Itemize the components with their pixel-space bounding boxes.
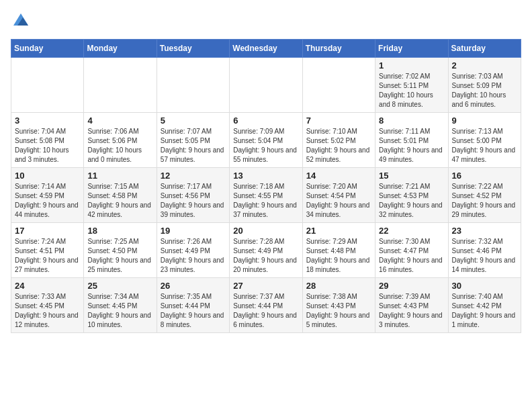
day-number: 28	[306, 281, 371, 291]
calendar-cell	[11, 58, 84, 113]
calendar-cell	[302, 58, 375, 113]
calendar-cell: 7Sunrise: 7:10 AM Sunset: 5:02 PM Daylig…	[302, 113, 375, 168]
day-info: Sunrise: 7:29 AM Sunset: 4:48 PM Dayligh…	[306, 237, 371, 275]
calendar-cell: 18Sunrise: 7:25 AM Sunset: 4:50 PM Dayli…	[84, 223, 157, 278]
calendar-header: SundayMondayTuesdayWednesdayThursdayFrid…	[11, 40, 521, 58]
calendar-cell: 6Sunrise: 7:09 AM Sunset: 5:04 PM Daylig…	[230, 113, 302, 168]
calendar-cell: 16Sunrise: 7:22 AM Sunset: 4:52 PM Dayli…	[448, 168, 521, 223]
calendar-week-row: 1Sunrise: 7:02 AM Sunset: 5:11 PM Daylig…	[11, 58, 521, 113]
calendar-cell: 9Sunrise: 7:13 AM Sunset: 5:00 PM Daylig…	[448, 113, 521, 168]
day-number: 23	[452, 226, 517, 236]
day-info: Sunrise: 7:39 AM Sunset: 4:43 PM Dayligh…	[379, 292, 444, 330]
day-number: 13	[233, 171, 298, 181]
day-info: Sunrise: 7:21 AM Sunset: 4:53 PM Dayligh…	[379, 182, 444, 220]
day-info: Sunrise: 7:37 AM Sunset: 4:44 PM Dayligh…	[233, 292, 298, 330]
day-number: 8	[379, 116, 444, 126]
day-info: Sunrise: 7:30 AM Sunset: 4:47 PM Dayligh…	[379, 237, 444, 275]
weekday-header: Thursday	[302, 40, 375, 58]
day-number: 6	[233, 116, 298, 126]
day-info: Sunrise: 7:15 AM Sunset: 4:58 PM Dayligh…	[87, 182, 152, 220]
day-info: Sunrise: 7:24 AM Sunset: 4:51 PM Dayligh…	[15, 237, 80, 275]
calendar-cell: 21Sunrise: 7:29 AM Sunset: 4:48 PM Dayli…	[302, 223, 375, 278]
day-info: Sunrise: 7:32 AM Sunset: 4:46 PM Dayligh…	[452, 237, 517, 275]
weekday-header: Friday	[375, 40, 448, 58]
calendar-cell: 14Sunrise: 7:20 AM Sunset: 4:54 PM Dayli…	[302, 168, 375, 223]
day-info: Sunrise: 7:03 AM Sunset: 5:09 PM Dayligh…	[452, 72, 517, 109]
calendar-cell: 1Sunrise: 7:02 AM Sunset: 5:11 PM Daylig…	[375, 58, 448, 113]
calendar-week-row: 24Sunrise: 7:33 AM Sunset: 4:45 PM Dayli…	[11, 278, 521, 333]
day-number: 26	[161, 281, 226, 291]
day-number: 7	[306, 116, 371, 126]
weekday-header: Tuesday	[157, 40, 229, 58]
day-number: 16	[452, 171, 517, 181]
day-number: 20	[233, 226, 298, 236]
weekday-row: SundayMondayTuesdayWednesdayThursdayFrid…	[11, 40, 521, 58]
calendar-body: 1Sunrise: 7:02 AM Sunset: 5:11 PM Daylig…	[11, 58, 521, 333]
day-info: Sunrise: 7:02 AM Sunset: 5:11 PM Dayligh…	[379, 72, 444, 109]
calendar-week-row: 3Sunrise: 7:04 AM Sunset: 5:08 PM Daylig…	[11, 113, 521, 168]
day-number: 19	[161, 226, 226, 236]
weekday-header: Sunday	[11, 40, 84, 58]
day-info: Sunrise: 7:14 AM Sunset: 4:59 PM Dayligh…	[15, 182, 80, 220]
calendar-cell: 12Sunrise: 7:17 AM Sunset: 4:56 PM Dayli…	[157, 168, 229, 223]
day-info: Sunrise: 7:26 AM Sunset: 4:49 PM Dayligh…	[161, 237, 226, 275]
weekday-header: Monday	[84, 40, 157, 58]
day-info: Sunrise: 7:33 AM Sunset: 4:45 PM Dayligh…	[15, 292, 80, 330]
day-number: 24	[15, 281, 80, 291]
calendar-cell: 4Sunrise: 7:06 AM Sunset: 5:06 PM Daylig…	[84, 113, 157, 168]
calendar-cell: 19Sunrise: 7:26 AM Sunset: 4:49 PM Dayli…	[157, 223, 229, 278]
calendar-cell: 22Sunrise: 7:30 AM Sunset: 4:47 PM Dayli…	[375, 223, 448, 278]
day-number: 18	[87, 226, 152, 236]
calendar-cell: 3Sunrise: 7:04 AM Sunset: 5:08 PM Daylig…	[11, 113, 84, 168]
weekday-header: Wednesday	[230, 40, 302, 58]
day-number: 29	[379, 281, 444, 291]
day-number: 17	[15, 226, 80, 236]
calendar-cell: 27Sunrise: 7:37 AM Sunset: 4:44 PM Dayli…	[230, 278, 302, 333]
calendar-cell: 30Sunrise: 7:40 AM Sunset: 4:42 PM Dayli…	[448, 278, 521, 333]
day-info: Sunrise: 7:13 AM Sunset: 5:00 PM Dayligh…	[452, 127, 517, 165]
day-number: 12	[161, 171, 226, 181]
day-info: Sunrise: 7:38 AM Sunset: 4:43 PM Dayligh…	[306, 292, 371, 330]
calendar-cell: 29Sunrise: 7:39 AM Sunset: 4:43 PM Dayli…	[375, 278, 448, 333]
calendar-cell: 26Sunrise: 7:35 AM Sunset: 4:44 PM Dayli…	[157, 278, 229, 333]
day-number: 15	[379, 171, 444, 181]
day-info: Sunrise: 7:07 AM Sunset: 5:05 PM Dayligh…	[161, 127, 226, 165]
calendar-cell: 24Sunrise: 7:33 AM Sunset: 4:45 PM Dayli…	[11, 278, 84, 333]
calendar-cell: 25Sunrise: 7:34 AM Sunset: 4:45 PM Dayli…	[84, 278, 157, 333]
calendar-cell: 28Sunrise: 7:38 AM Sunset: 4:43 PM Dayli…	[302, 278, 375, 333]
page-header	[11, 11, 521, 31]
day-number: 22	[379, 226, 444, 236]
calendar-week-row: 17Sunrise: 7:24 AM Sunset: 4:51 PM Dayli…	[11, 223, 521, 278]
day-number: 14	[306, 171, 371, 181]
calendar-cell: 13Sunrise: 7:18 AM Sunset: 4:55 PM Dayli…	[230, 168, 302, 223]
day-info: Sunrise: 7:25 AM Sunset: 4:50 PM Dayligh…	[87, 237, 152, 275]
day-number: 27	[233, 281, 298, 291]
day-info: Sunrise: 7:06 AM Sunset: 5:06 PM Dayligh…	[87, 127, 152, 165]
day-info: Sunrise: 7:11 AM Sunset: 5:01 PM Dayligh…	[379, 127, 444, 165]
day-number: 21	[306, 226, 371, 236]
logo	[11, 11, 34, 31]
calendar-cell: 2Sunrise: 7:03 AM Sunset: 5:09 PM Daylig…	[448, 58, 521, 113]
day-info: Sunrise: 7:28 AM Sunset: 4:49 PM Dayligh…	[233, 237, 298, 275]
day-info: Sunrise: 7:09 AM Sunset: 5:04 PM Dayligh…	[233, 127, 298, 165]
calendar-cell: 11Sunrise: 7:15 AM Sunset: 4:58 PM Dayli…	[84, 168, 157, 223]
day-info: Sunrise: 7:35 AM Sunset: 4:44 PM Dayligh…	[161, 292, 226, 330]
day-number: 11	[87, 171, 152, 181]
day-number: 1	[379, 60, 444, 71]
day-info: Sunrise: 7:17 AM Sunset: 4:56 PM Dayligh…	[161, 182, 226, 220]
calendar-cell: 15Sunrise: 7:21 AM Sunset: 4:53 PM Dayli…	[375, 168, 448, 223]
logo-icon	[11, 11, 31, 31]
day-info: Sunrise: 7:18 AM Sunset: 4:55 PM Dayligh…	[233, 182, 298, 220]
day-number: 10	[15, 171, 80, 181]
day-info: Sunrise: 7:10 AM Sunset: 5:02 PM Dayligh…	[306, 127, 371, 165]
calendar-cell: 17Sunrise: 7:24 AM Sunset: 4:51 PM Dayli…	[11, 223, 84, 278]
calendar-cell	[157, 58, 229, 113]
calendar-cell: 23Sunrise: 7:32 AM Sunset: 4:46 PM Dayli…	[448, 223, 521, 278]
calendar-cell	[84, 58, 157, 113]
day-number: 3	[15, 116, 80, 126]
day-info: Sunrise: 7:34 AM Sunset: 4:45 PM Dayligh…	[87, 292, 152, 330]
calendar-cell: 5Sunrise: 7:07 AM Sunset: 5:05 PM Daylig…	[157, 113, 229, 168]
calendar-cell	[230, 58, 302, 113]
day-number: 30	[452, 281, 517, 291]
day-info: Sunrise: 7:04 AM Sunset: 5:08 PM Dayligh…	[15, 127, 80, 165]
